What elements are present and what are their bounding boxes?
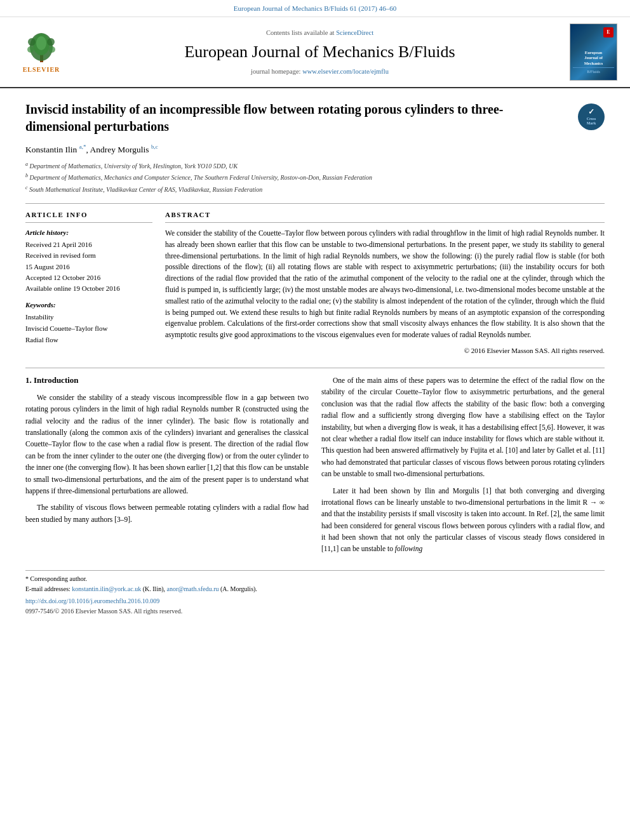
homepage-link[interactable]: www.elsevier.com/locate/ejmflu [302, 68, 389, 75]
body-right-para1: One of the main aims of these papers was… [321, 375, 605, 480]
affil-b-sup: b [25, 173, 28, 178]
email1-link[interactable]: konstantin.ilin@york.ac.uk [72, 585, 141, 592]
keywords-title: Keywords: [25, 300, 152, 310]
body-right-para2: Later it had been shown by Ilin and Morg… [321, 485, 605, 555]
keyword1: Instability [25, 312, 152, 323]
affil-a-text: Department of Mathematics, University of… [30, 163, 238, 170]
svg-point-5 [47, 38, 55, 46]
doi-line: http://dx.doi.org/10.1016/j.euromechflu.… [25, 597, 605, 606]
authors-line: Konstantin Ilin a,*, Andrey Morgulis b,c [25, 143, 605, 156]
body-left-text: We consider the stability of a steady vi… [25, 392, 309, 525]
abstract-text: We consider the stability of the Couette… [165, 228, 605, 341]
affiliations: a Department of Mathematics, University … [25, 161, 605, 194]
keyword2: Inviscid Couette–Taylor flow [25, 324, 152, 334]
author-separator: , Andrey Morgulis [86, 144, 152, 154]
journal-header: ELSEVIER Contents lists available at Sci… [0, 17, 630, 88]
article-info-heading: ARTICLE INFO [25, 210, 152, 223]
svg-point-6 [27, 46, 34, 53]
author2-sup: b,c [151, 143, 158, 150]
email-label: E-mail addresses: [25, 585, 70, 592]
doi-link[interactable]: http://dx.doi.org/10.1016/j.euromechflu.… [25, 597, 159, 604]
elsevier-tree-icon [18, 29, 65, 64]
abstract-heading: ABSTRACT [165, 210, 605, 223]
corresponding-author: * Corresponding author. [25, 575, 605, 584]
body-para1: We consider the stability of a steady vi… [25, 392, 309, 497]
abstract-copyright: © 2016 Elsevier Masson SAS. All rights r… [165, 346, 605, 356]
sciencedirect-line: Contents lists available at ScienceDirec… [83, 28, 557, 37]
following-text: following [395, 545, 422, 552]
email2-link[interactable]: anor@math.sfedu.ru [167, 585, 219, 592]
article-info-column: ARTICLE INFO Article history: Received 2… [25, 210, 152, 356]
paper-title-section: Inviscid instability of an incompressibl… [25, 101, 605, 135]
footnote-section: * Corresponding author. E-mail addresses… [25, 570, 605, 617]
crossmark-label: ✓ CrossMark [587, 108, 596, 125]
available: Available online 19 October 2016 [25, 284, 152, 293]
affiliation-c: c South Mathematical Institute, Vladikav… [25, 184, 605, 194]
body-para2-text: The stability of viscous flows between p… [25, 503, 309, 523]
journal-title: European Journal of Mechanics B/Fluids [83, 40, 557, 64]
svg-point-3 [36, 36, 46, 50]
email-line: E-mail addresses: konstantin.ilin@york.a… [25, 585, 605, 594]
paper-title: Inviscid instability of an incompressibl… [25, 101, 578, 135]
affiliation-a: a Department of Mathematics, University … [25, 161, 605, 171]
header-divider [25, 203, 605, 204]
affiliation-b: b Department of Mathematics, Mechanics a… [25, 172, 605, 182]
paper-body: 1. Introduction We consider the stabilit… [25, 368, 605, 560]
svg-point-7 [49, 46, 55, 53]
body-right-column: One of the main aims of these papers was… [321, 375, 605, 560]
article-history-title: Article history: [25, 228, 152, 238]
affil-a-sup: a [25, 161, 28, 167]
sciencedirect-link[interactable]: ScienceDirect [336, 29, 373, 36]
journal-cover-image: E EuropeanJournal ofMechanics B/Fluids [570, 23, 617, 81]
journal-citation: European Journal of Mechanics B/Fluids 6… [234, 4, 396, 12]
received2-label: Received in revised form [25, 251, 96, 259]
affil-b-text: Department of Mathematics, Mechanics and… [30, 175, 373, 182]
abstract-column: ABSTRACT We consider the stability of th… [165, 210, 605, 356]
received2-date: 15 August 2016 [25, 262, 152, 272]
paper-main: Inviscid instability of an incompressibl… [0, 88, 630, 629]
sciencedirect-label: Contents lists available at [266, 29, 336, 36]
received1: Received 21 April 2016 [25, 240, 152, 250]
body-right-text: One of the main aims of these papers was… [321, 375, 605, 555]
author1-sup: a,* [79, 143, 86, 150]
elsevier-logo: ELSEVIER [13, 29, 70, 75]
journal-top-bar: European Journal of Mechanics B/Fluids 6… [0, 0, 630, 17]
homepage-label: journal homepage: [251, 68, 302, 75]
section1-title: 1. Introduction [25, 375, 309, 387]
author1-name: Konstantin Ilin [25, 144, 79, 154]
journal-header-center: Contents lists available at ScienceDirec… [76, 28, 563, 76]
body-para2: The stability of viscous flows between p… [25, 502, 309, 525]
info-abstract-section: ARTICLE INFO Article history: Received 2… [25, 210, 605, 356]
issn-line: 0997-7546/© 2016 Elsevier Masson SAS. Al… [25, 607, 605, 617]
received2: Received in revised form [25, 251, 152, 260]
svg-point-4 [28, 38, 36, 46]
body-left-column: 1. Introduction We consider the stabilit… [25, 375, 309, 560]
accepted: Accepted 12 October 2016 [25, 273, 152, 283]
email1-name: (K. Ilin), [143, 585, 165, 592]
crossmark-badge[interactable]: ✓ CrossMark [578, 103, 605, 130]
affil-c-sup: c [25, 185, 28, 190]
email2-name: (A. Morgulis). [220, 585, 257, 592]
journal-homepage: journal homepage: www.elsevier.com/locat… [83, 67, 557, 76]
elsevier-label: ELSEVIER [23, 65, 60, 75]
keyword3: Radial flow [25, 335, 152, 345]
affil-c-text: South Mathematical Institute, Vladikavka… [29, 186, 262, 193]
